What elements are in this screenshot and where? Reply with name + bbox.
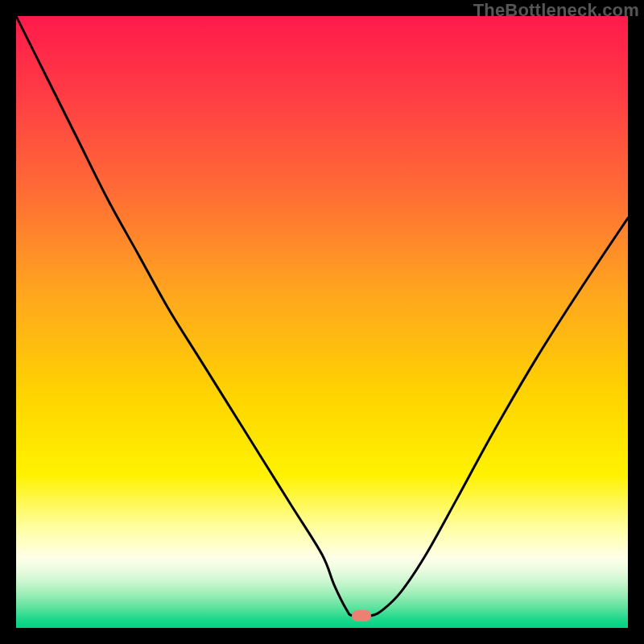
chart-frame: TheBottleneck.com — [0, 0, 644, 644]
watermark-text: TheBottleneck.com — [473, 0, 639, 21]
optimal-marker — [352, 610, 371, 621]
bottleneck-curve — [16, 16, 628, 617]
curve-layer — [16, 16, 628, 628]
plot-area — [16, 16, 628, 628]
